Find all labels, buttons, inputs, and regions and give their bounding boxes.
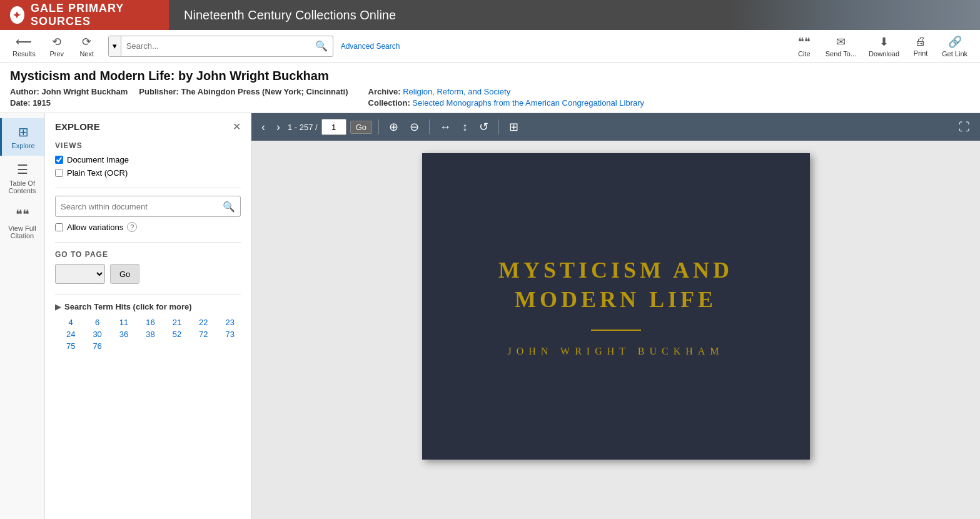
search-hits-header[interactable]: ▶ Search Term Hits (click for more) (55, 302, 241, 311)
collection-title: Nineteenth Century Collections Online (169, 8, 396, 23)
main-toolbar: ⟵ Results ⟲ Prev ⟳ Next ▾ 🔍 Advanced Sea… (0, 30, 980, 63)
page-navigation: 1 - 257 / Go (288, 119, 372, 135)
hit-page-link[interactable]: 38 (139, 330, 161, 339)
rotate-button[interactable]: ↺ (475, 118, 492, 136)
logo-text: GALE PRIMARY SOURCES (31, 2, 159, 28)
gale-logo: ✦ GALE PRIMARY SOURCES (0, 2, 169, 28)
collection-row: Collection: Selected Monographs from the… (368, 98, 645, 108)
hit-page-link[interactable]: 73 (220, 330, 241, 339)
citation-icon: ❝❝ (16, 207, 29, 222)
hit-page-link[interactable]: 16 (139, 318, 161, 327)
page-select[interactable] (55, 264, 105, 284)
hit-page-link[interactable]: 21 (166, 318, 188, 327)
search-within-button[interactable]: 🔍 (218, 201, 240, 213)
fullscreen-button[interactable]: ⛶ (955, 118, 974, 136)
help-icon[interactable]: ? (127, 222, 137, 232)
next-page-button[interactable]: › (273, 118, 284, 136)
divider-2 (55, 242, 241, 243)
archive-link[interactable]: Religion, Reform, and Society (403, 87, 510, 96)
go-to-page-row: Go (55, 264, 241, 284)
plain-text-checkbox-row[interactable]: Plain Text (OCR) (55, 168, 241, 178)
document-title: Mysticism and Modern Life: by John Wrigh… (10, 69, 970, 83)
search-container: ▾ 🔍 (108, 36, 333, 57)
sidebar-item-toc[interactable]: ☰ Table Of Contents (0, 156, 44, 201)
chevron-right-icon: ▶ (55, 303, 61, 311)
document-info: Mysticism and Modern Life: by John Wrigh… (0, 63, 980, 113)
page-number-input[interactable] (321, 119, 346, 135)
hit-page-link[interactable]: 75 (60, 341, 81, 351)
search-dropdown-button[interactable]: ▾ (109, 36, 121, 56)
cite-icon: ❝❝ (798, 35, 811, 49)
collection-link[interactable]: Selected Monographs from the American Co… (412, 98, 644, 108)
book-cover: MYSTICISM AND MODERN LIFE JOHN WRIGHT BU… (422, 153, 810, 460)
search-icon[interactable]: 🔍 (310, 40, 333, 52)
views-section: VIEWS Document Image Plain Text (OCR) (55, 141, 241, 178)
hit-page-link[interactable]: 52 (166, 330, 188, 339)
meta-col-right: Archive: Religion, Reform, and Society C… (368, 87, 645, 108)
hit-page-link[interactable]: 23 (220, 318, 241, 327)
next-icon: ⟳ (82, 35, 91, 49)
sidebar-item-citation[interactable]: ❝❝ View Full Citation (0, 201, 44, 246)
zoom-in-button[interactable]: ⊕ (385, 118, 402, 136)
print-button[interactable]: 🖨 Print (907, 33, 934, 59)
thumbnail-button[interactable]: ⊞ (505, 118, 522, 136)
document-image-label: Document Image (67, 155, 129, 164)
viewer-toolbar: ‹ › 1 - 257 / Go ⊕ ⊖ ↔ ↕ ↺ ⊞ ⛶ (251, 113, 980, 141)
separator-1 (378, 119, 379, 134)
document-image-checkbox[interactable] (55, 156, 63, 164)
plain-text-checkbox[interactable] (55, 169, 63, 177)
archive-row: Archive: Religion, Reform, and Society (368, 87, 645, 96)
hit-page-link[interactable]: 30 (86, 330, 108, 339)
document-viewer: ‹ › 1 - 257 / Go ⊕ ⊖ ↔ ↕ ↺ ⊞ ⛶ MYSTICISM… (251, 113, 980, 519)
banner-decorative-image (730, 0, 980, 30)
allow-variations-checkbox[interactable] (55, 223, 63, 231)
chevron-down-icon: ▾ (113, 41, 117, 51)
get-link-button[interactable]: 🔗 Get Link (937, 33, 972, 60)
hit-page-link[interactable]: 36 (113, 330, 134, 339)
go-to-page-button[interactable]: Go (110, 264, 139, 284)
search-input[interactable] (121, 41, 310, 51)
book-display: MYSTICISM AND MODERN LIFE JOHN WRIGHT BU… (251, 141, 980, 519)
toolbar-right: ❝❝ Cite ✉ Send To... ⬇ Download 🖨 Print … (791, 33, 972, 60)
hit-page-link[interactable]: 22 (193, 318, 214, 327)
explore-panel-title: EXPLORE (55, 121, 100, 132)
hit-page-link[interactable]: 72 (193, 330, 214, 339)
download-button[interactable]: ⬇ Download (864, 33, 904, 60)
explore-panel-header: EXPLORE ✕ (55, 121, 241, 133)
prev-icon: ⟲ (52, 35, 61, 49)
prev-button[interactable]: ⟲ Prev (43, 33, 71, 60)
separator-3 (498, 119, 499, 134)
views-label: VIEWS (55, 141, 241, 150)
explore-panel-close[interactable]: ✕ (233, 121, 241, 133)
publisher-value: The Abingdon Press (New York; Cincinnati… (181, 87, 348, 96)
fit-height-button[interactable]: ↕ (458, 118, 472, 136)
book-cover-author: JOHN WRIGHT BUCKHAM (507, 346, 724, 357)
next-button[interactable]: ⟳ Next (73, 33, 101, 60)
document-image-checkbox-row[interactable]: Document Image (55, 155, 241, 164)
document-metadata: Author: John Wright Buckham Publisher: T… (10, 87, 970, 108)
page-range-text: 1 - 257 / (288, 123, 318, 132)
divider-1 (55, 188, 241, 188)
send-to-button[interactable]: ✉ Send To... (821, 33, 861, 60)
download-icon: ⬇ (879, 35, 889, 49)
date-value: 1915 (33, 98, 51, 108)
results-button[interactable]: ⟵ Results (8, 33, 41, 60)
advanced-search-link[interactable]: Advanced Search (341, 42, 400, 51)
hit-page-link[interactable]: 76 (86, 341, 108, 351)
hit-page-link[interactable]: 24 (60, 330, 81, 339)
send-to-icon: ✉ (836, 35, 846, 49)
hit-page-link[interactable]: 11 (113, 318, 134, 327)
zoom-out-button[interactable]: ⊖ (406, 118, 423, 136)
go-page-button[interactable]: Go (350, 121, 372, 134)
search-within-input[interactable] (56, 202, 218, 211)
fit-width-button[interactable]: ↔ (436, 118, 455, 136)
author-value: John Wright Buckham (42, 87, 128, 96)
cite-button[interactable]: ❝❝ Cite (791, 33, 818, 60)
hit-page-link[interactable]: 4 (60, 318, 81, 327)
sidebar-item-explore[interactable]: ⊞ Explore (0, 118, 44, 156)
hit-page-link[interactable]: 6 (86, 318, 108, 327)
book-title-line1: MYSTICISM AND (498, 256, 733, 285)
explore-icon: ⊞ (18, 124, 29, 139)
date-row: Date: 1915 (10, 98, 348, 108)
prev-page-button[interactable]: ‹ (258, 118, 269, 136)
